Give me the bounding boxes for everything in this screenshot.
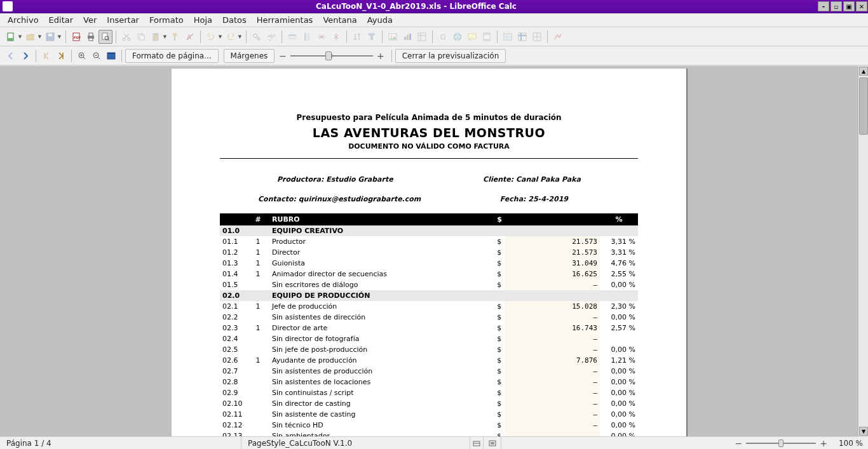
menu-ver[interactable]: Ver <box>78 13 102 27</box>
copy-icon[interactable] <box>134 30 148 44</box>
insert-chart-icon[interactable] <box>400 30 414 44</box>
scroll-up-icon[interactable]: ▲ <box>859 67 868 76</box>
draw-functions-icon[interactable] <box>551 30 565 44</box>
save-icon[interactable] <box>43 30 57 44</box>
delete-col-icon[interactable] <box>329 30 343 44</box>
scaling-slider[interactable]: − + <box>279 51 384 61</box>
fullscreen-icon[interactable] <box>104 49 118 63</box>
delete-row-icon[interactable] <box>315 30 329 44</box>
open-icon[interactable] <box>24 30 37 44</box>
table-row: 02.11Sin asistente de casting$–0,00 % <box>220 409 638 420</box>
insert-pivot-icon[interactable] <box>415 30 429 44</box>
redo-icon[interactable] <box>224 30 238 44</box>
doc-cliente: Cliente: Canal Paka Paka <box>483 175 581 184</box>
print-preview-icon[interactable] <box>98 30 112 44</box>
clear-format-icon[interactable]: A <box>183 30 197 44</box>
zoom-slider[interactable] <box>746 443 816 444</box>
doc-subtitle: DOCUMENTO NO VÁLIDO COMO FACTURA <box>220 142 638 151</box>
scale-track[interactable] <box>290 55 373 57</box>
insert-special-icon[interactable]: Ω <box>436 30 450 44</box>
zoom-thumb[interactable] <box>778 439 783 447</box>
menu-herramientas[interactable]: Herramientas <box>252 13 318 27</box>
zoom-minus-icon[interactable]: − <box>735 438 743 448</box>
zoom-in-icon[interactable] <box>75 49 89 63</box>
scale-thumb[interactable] <box>325 51 332 60</box>
new-doc-icon[interactable] <box>4 30 18 44</box>
spellcheck-icon[interactable]: Abc <box>264 30 278 44</box>
status-pagestyle[interactable]: PageStyle_CaLcuTooN V.1.0 <box>241 437 470 449</box>
zoom-value[interactable]: 100 % <box>831 439 863 448</box>
scale-plus-icon[interactable]: + <box>377 51 384 61</box>
cut-icon[interactable] <box>119 30 133 44</box>
undo-dropdown[interactable]: ▼ <box>217 30 223 44</box>
prev-page-icon[interactable] <box>4 49 18 63</box>
table-row: 01.21Director$21.5733,31 % <box>220 247 638 258</box>
last-page-icon[interactable] <box>54 49 68 63</box>
zoom-out-icon[interactable] <box>90 49 104 63</box>
svg-rect-27 <box>288 37 296 39</box>
svg-rect-28 <box>304 33 306 41</box>
menu-datos[interactable]: Datos <box>217 13 252 27</box>
zoom-plus-icon[interactable]: + <box>820 438 827 448</box>
page-format-button[interactable]: Formato de página... <box>125 49 219 63</box>
close-preview-button[interactable]: Cerrar la previsualización <box>395 49 506 63</box>
th-num: # <box>247 213 269 225</box>
svg-rect-17 <box>154 33 157 35</box>
table-row: 01.5Sin escritores de diálogo$–0,00 % <box>220 279 638 290</box>
app-icon <box>3 1 13 11</box>
status-selection-mode[interactable] <box>484 437 501 449</box>
close-button[interactable]: ✕ <box>856 1 867 11</box>
paste-dropdown[interactable]: ▼ <box>162 30 168 44</box>
find-replace-icon[interactable] <box>250 30 264 44</box>
scroll-thumb[interactable] <box>859 77 868 135</box>
menu-insertar[interactable]: Insertar <box>102 13 144 27</box>
save-dropdown[interactable]: ▼ <box>57 30 62 44</box>
insert-image-icon[interactable] <box>386 30 400 44</box>
svg-rect-29 <box>308 33 309 41</box>
export-pdf-icon[interactable]: PDF <box>69 30 83 44</box>
menu-editar[interactable]: Editar <box>44 13 79 27</box>
vertical-scrollbar[interactable]: ▲ ▼ <box>858 66 868 436</box>
preview-area: Presupuesto para Película Animada de 5 m… <box>0 66 858 436</box>
svg-rect-8 <box>89 38 93 41</box>
next-page-icon[interactable] <box>18 49 32 63</box>
new-doc-dropdown[interactable]: ▼ <box>17 30 23 44</box>
menu-ayuda[interactable]: Ayuda <box>362 13 398 27</box>
insert-hyperlink-icon[interactable] <box>451 30 465 44</box>
svg-text:Abc: Abc <box>268 34 276 39</box>
define-range-icon[interactable] <box>501 30 515 44</box>
first-page-icon[interactable] <box>39 49 53 63</box>
table-row: 02.5Sin jefe de post-producción$–0,00 % <box>220 344 638 355</box>
menu-archivo[interactable]: Archivo <box>3 13 44 27</box>
split-window-icon[interactable] <box>530 30 544 44</box>
table-row: 02.7Sin asistentes de producción$–0,00 % <box>220 366 638 377</box>
menu-ventana[interactable]: Ventana <box>318 13 362 27</box>
svg-rect-49 <box>484 39 490 41</box>
scroll-down-icon[interactable]: ▼ <box>859 427 868 436</box>
headers-footers-icon[interactable] <box>480 30 494 44</box>
undo-icon[interactable] <box>204 30 218 44</box>
scale-minus-icon[interactable]: − <box>279 51 287 61</box>
menu-formato[interactable]: Formato <box>144 13 189 27</box>
sort-icon[interactable] <box>350 30 364 44</box>
svg-rect-66 <box>107 53 115 54</box>
open-dropdown[interactable]: ▼ <box>37 30 43 44</box>
redo-dropdown[interactable]: ▼ <box>237 30 243 44</box>
insert-col-icon[interactable] <box>300 30 314 44</box>
paste-icon[interactable] <box>149 30 163 44</box>
maximize-button[interactable]: ▣ <box>843 1 855 11</box>
svg-rect-51 <box>505 35 510 39</box>
print-icon[interactable] <box>84 30 98 44</box>
freeze-icon[interactable] <box>515 30 529 44</box>
table-row: 02.8Sin asistentes de locaciones$–0,00 % <box>220 377 638 387</box>
autofilter-icon[interactable] <box>365 30 379 44</box>
insert-comment-icon[interactable] <box>465 30 479 44</box>
restore-button[interactable]: ▫ <box>831 1 842 11</box>
insert-row-icon[interactable] <box>285 30 299 44</box>
menu-hoja[interactable]: Hoja <box>189 13 217 27</box>
margins-button[interactable]: Márgenes <box>224 49 275 63</box>
th-amt <box>505 213 600 225</box>
minimize-button[interactable]: – <box>818 1 829 11</box>
clone-format-icon[interactable] <box>168 30 182 44</box>
status-insert-mode[interactable] <box>470 437 484 449</box>
